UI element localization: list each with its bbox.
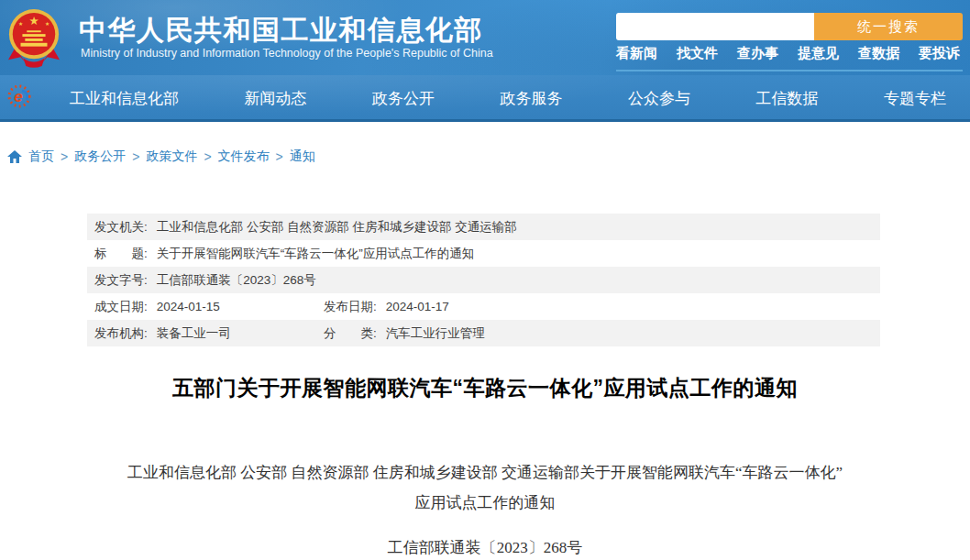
miit-logo-icon: e xyxy=(7,84,31,112)
breadcrumb-gov-affairs[interactable]: 政务公开 xyxy=(74,148,126,165)
breadcrumb-separator: > xyxy=(132,149,139,164)
quick-link-files[interactable]: 找文件 xyxy=(677,45,718,62)
header-divider xyxy=(616,70,963,71)
quick-link-complaint[interactable]: 要投诉 xyxy=(919,45,960,62)
meta-value: 装备工业一司 xyxy=(157,320,231,346)
svg-text:e: e xyxy=(14,88,22,105)
quick-link-news[interactable]: 看新闻 xyxy=(616,45,657,62)
nav-item-home[interactable]: 工业和信息化部 xyxy=(70,88,179,109)
breadcrumb-policy-files[interactable]: 政策文件 xyxy=(146,148,197,165)
meta-row-dates: 成文日期: 2024-01-15 发布日期: 2024-01-17 xyxy=(87,293,880,320)
meta-label: 发文字号: xyxy=(94,267,148,293)
breadcrumb: 首页 > 政务公开 > 政策文件 > 文件发布 > 通知 xyxy=(7,148,315,165)
meta-row-issuing-agency: 发文机关: 工业和信息化部 公安部 自然资源部 住房和城乡建设部 交通运输部 xyxy=(87,214,880,240)
svg-text:★: ★ xyxy=(18,21,23,27)
nav-item-gov-services[interactable]: 政务服务 xyxy=(501,88,563,109)
site-title: 中华人民共和国工业和信息化部 xyxy=(79,12,483,49)
meta-row-doc-number: 发文字号: 工信部联通装〔2023〕268号 xyxy=(87,267,880,293)
site-header: ★ ★ ★ 中华人民共和国工业和信息化部 Ministry of Industr… xyxy=(0,0,970,75)
nav-item-miit-data[interactable]: 工信数据 xyxy=(756,88,819,109)
meta-label: 标 题: xyxy=(94,240,148,267)
meta-label: 发文机关: xyxy=(94,214,148,240)
nav-item-gov-affairs[interactable]: 政务公开 xyxy=(372,88,435,109)
document-title: 五部门关于开展智能网联汽车“车路云一体化”应用试点工作的通知 xyxy=(0,374,970,402)
nav-item-public-participation[interactable]: 公众参与 xyxy=(628,88,690,109)
meta-row-publisher-category: 发布机构: 装备工业一司 分 类: 汽车工业行业管理 xyxy=(87,320,880,346)
quick-link-services[interactable]: 查办事 xyxy=(737,45,778,62)
svg-text:★: ★ xyxy=(45,21,50,27)
document-number: 工信部联通装〔2023〕268号 xyxy=(0,537,970,558)
site-subtitle: Ministry of Industry and Information Tec… xyxy=(81,47,493,60)
quick-links: 看新闻 找文件 查办事 提意见 查数据 要投诉 xyxy=(616,45,960,62)
home-icon xyxy=(7,150,22,163)
search-input[interactable] xyxy=(616,13,814,40)
breadcrumb-separator: > xyxy=(204,149,211,164)
breadcrumb-separator: > xyxy=(61,149,68,164)
meta-value: 关于开展智能网联汽车“车路云一体化”应用试点工作的通知 xyxy=(157,240,475,267)
breadcrumb-separator: > xyxy=(276,149,283,164)
meta-label: 分 类: xyxy=(324,320,377,346)
breadcrumb-notice[interactable]: 通知 xyxy=(290,148,315,165)
main-nav: e 工业和信息化部 新闻动态 政务公开 政务服务 公众参与 工信数据 专题专栏 xyxy=(0,75,970,122)
meta-label: 成文日期: xyxy=(94,293,148,320)
breadcrumb-home[interactable]: 首页 xyxy=(28,148,54,165)
document-subtitle-line1: 工业和信息化部 公安部 自然资源部 住房和城乡建设部 交通运输部关于开展智能网联… xyxy=(0,462,970,483)
nav-item-news[interactable]: 新闻动态 xyxy=(245,88,307,109)
nav-item-special-topics[interactable]: 专题专栏 xyxy=(884,88,946,109)
meta-row-title: 标 题: 关于开展智能网联汽车“车路云一体化”应用试点工作的通知 xyxy=(87,240,880,267)
meta-value: 工信部联通装〔2023〕268号 xyxy=(157,267,316,293)
meta-value: 2024-01-17 xyxy=(386,293,449,320)
nav-items: 工业和信息化部 新闻动态 政务公开 政务服务 公众参与 工信数据 专题专栏 xyxy=(70,75,946,122)
quick-link-feedback[interactable]: 提意见 xyxy=(798,45,839,62)
svg-text:★: ★ xyxy=(28,15,39,27)
meta-value: 2024-01-15 xyxy=(157,293,220,320)
meta-label: 发布日期: xyxy=(324,293,377,320)
breadcrumb-file-release[interactable]: 文件发布 xyxy=(218,148,270,165)
unified-search-button[interactable]: 统一搜索 xyxy=(814,13,963,40)
quick-link-data[interactable]: 查数据 xyxy=(858,45,899,62)
document-meta-table: 发文机关: 工业和信息化部 公安部 自然资源部 住房和城乡建设部 交通运输部 标… xyxy=(87,214,880,346)
meta-label: 发布机构: xyxy=(94,320,148,346)
meta-value: 工业和信息化部 公安部 自然资源部 住房和城乡建设部 交通运输部 xyxy=(157,214,517,240)
search-box: 统一搜索 xyxy=(616,13,963,40)
document-subtitle-line2: 应用试点工作的通知 xyxy=(0,492,970,513)
meta-value: 汽车工业行业管理 xyxy=(386,320,485,346)
national-emblem-icon: ★ ★ ★ xyxy=(7,6,61,72)
